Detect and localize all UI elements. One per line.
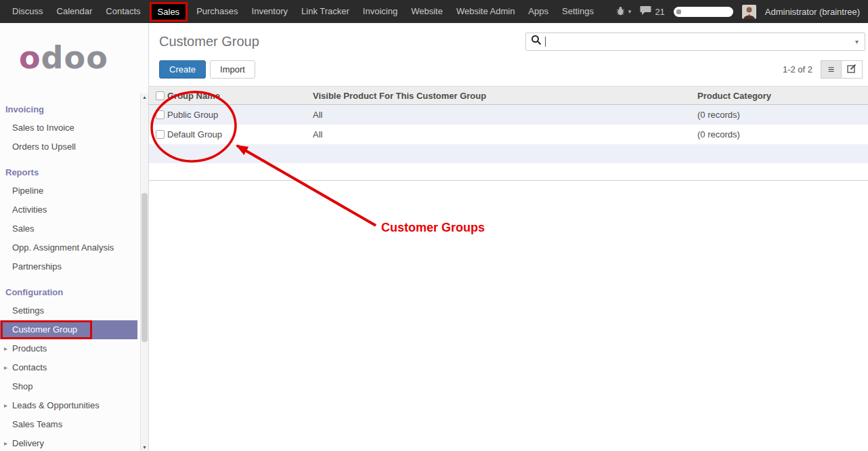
empty-row xyxy=(149,144,868,163)
sidebar-item-label: Pipeline xyxy=(12,186,43,196)
nav-item-calendar[interactable]: Calendar xyxy=(50,0,100,23)
search-input[interactable] xyxy=(549,36,850,47)
sidebar-item-label: Activities xyxy=(12,205,47,215)
column-header-visible-product[interactable]: Visible Product For This Customer Group xyxy=(313,91,697,101)
sidebar-item-label: Delivery xyxy=(12,438,44,448)
messages-count: 21 xyxy=(655,7,664,17)
nav-item-discuss[interactable]: Discuss xyxy=(5,0,50,23)
sidebar-item-orders-to-upsell[interactable]: Orders to Upsell xyxy=(0,137,137,156)
text-cursor xyxy=(545,37,546,47)
sidebar-item-pipeline[interactable]: Pipeline xyxy=(0,181,137,200)
nav-item-link-tracker[interactable]: Link Tracker xyxy=(295,0,356,23)
cell-group-name[interactable]: Public Group xyxy=(167,110,313,120)
user-menu[interactable]: Administrator (braintree) xyxy=(765,7,860,17)
top-navbar: Discuss Calendar Contacts Sales Purchase… xyxy=(0,0,868,23)
search-icon xyxy=(531,35,542,48)
bug-icon xyxy=(615,5,626,18)
messages-bubble-icon xyxy=(640,5,651,18)
sidebar-item-label: Shop xyxy=(12,381,32,391)
chevron-right-icon: ▸ xyxy=(4,339,7,358)
cell-group-name[interactable]: Default Group xyxy=(167,129,313,139)
pager-area: 1-2 of 2 ≡ xyxy=(783,60,863,79)
sidebar-item-opp-assignment-analysis[interactable]: Opp. Assignment Analysis xyxy=(0,238,137,257)
sidebar-item-sales-to-invoice[interactable]: Sales to Invoice xyxy=(0,119,137,137)
sidebar-scrollbar[interactable]: ▲ ▼ xyxy=(140,93,148,451)
nav-item-settings[interactable]: Settings xyxy=(555,0,601,23)
sidebar-item-delivery[interactable]: ▸Delivery xyxy=(0,434,137,451)
timer-icon xyxy=(676,9,681,14)
messages-button[interactable]: 21 xyxy=(640,5,664,18)
sidebar-section-invoicing: Invoicing xyxy=(0,100,137,119)
chevron-right-icon: ▸ xyxy=(4,358,7,377)
nav-item-purchases[interactable]: Purchases xyxy=(190,0,244,23)
sidebar-item-label: Sales xyxy=(12,223,35,234)
nav-item-inventory[interactable]: Inventory xyxy=(245,0,295,23)
form-view-button[interactable] xyxy=(842,60,863,79)
sidebar-item-label: Sales Teams xyxy=(12,419,62,429)
sidebar-item-label: Orders to Upsell xyxy=(12,142,76,152)
systray: ▾ 21 Administrator (braintree) xyxy=(615,5,868,19)
scroll-up-icon[interactable]: ▲ xyxy=(141,95,148,100)
select-all-checkbox[interactable] xyxy=(156,91,165,100)
sidebar-item-label: Sales to Invoice xyxy=(12,123,74,133)
list-header-row: Group Name Visible Product For This Cust… xyxy=(149,86,868,105)
sidebar-item-sales-teams[interactable]: Sales Teams xyxy=(0,415,137,434)
sidebar-section-configuration: Configuration xyxy=(0,283,137,301)
sidebar-item-products[interactable]: ▸Products xyxy=(0,339,137,358)
nav-item-website-admin[interactable]: Website Admin xyxy=(450,0,521,23)
control-panel-buttons: Create Import 1-2 of 2 ≡ xyxy=(149,56,868,86)
pager[interactable]: 1-2 of 2 xyxy=(783,64,812,74)
sidebar-item-customer-group[interactable]: Customer Group xyxy=(0,320,137,339)
sidebar: odoo Invoicing Sales to Invoice Orders t… xyxy=(0,23,149,451)
sidebar-section-reports: Reports xyxy=(0,163,137,181)
column-header-group-name[interactable]: Group Name xyxy=(167,91,313,101)
sidebar-item-label: Contacts xyxy=(12,362,47,372)
scroll-down-icon[interactable]: ▼ xyxy=(141,445,148,450)
import-button[interactable]: Import xyxy=(210,60,255,79)
table-row[interactable]: Default Group All (0 records) xyxy=(149,125,868,144)
list-view-button[interactable]: ≡ xyxy=(821,60,842,79)
sidebar-item-contacts[interactable]: ▸Contacts xyxy=(0,358,137,377)
nav-item-website[interactable]: Website xyxy=(404,0,450,23)
nav-item-sales[interactable]: Sales xyxy=(150,2,188,22)
page-title: Customer Group xyxy=(159,34,259,49)
nav-item-contacts[interactable]: Contacts xyxy=(99,0,147,23)
logo-letter: o xyxy=(19,39,41,76)
debug-menu-button[interactable]: ▾ xyxy=(615,5,632,18)
sidebar-item-partnerships[interactable]: Partnerships xyxy=(0,257,137,276)
sidebar-item-shop[interactable]: Shop xyxy=(0,377,137,396)
sidebar-item-settings[interactable]: Settings xyxy=(0,301,137,320)
row-checkbox[interactable] xyxy=(156,130,165,139)
sidebar-item-sales[interactable]: Sales xyxy=(0,219,137,238)
search-box[interactable]: ▾ xyxy=(525,33,865,51)
sidebar-item-label: Leads & Opportunities xyxy=(12,400,100,410)
scrollbar-thumb[interactable] xyxy=(142,193,148,342)
caret-down-icon: ▾ xyxy=(628,8,632,15)
top-nav-items: Discuss Calendar Contacts Sales Purchase… xyxy=(0,0,601,23)
column-header-product-category[interactable]: Product Category xyxy=(697,91,868,101)
sidebar-item-label: Partnerships xyxy=(12,261,62,272)
create-button[interactable]: Create xyxy=(159,60,206,79)
chevron-right-icon: ▸ xyxy=(4,396,7,415)
nav-item-apps[interactable]: Apps xyxy=(521,0,555,23)
timer-pill[interactable] xyxy=(674,7,733,17)
cell-visible-product[interactable]: All xyxy=(313,110,697,120)
cell-product-category[interactable]: (0 records) xyxy=(697,110,868,120)
table-row[interactable]: Public Group All (0 records) xyxy=(149,105,868,125)
empty-row xyxy=(149,163,868,181)
sidebar-menu: Invoicing Sales to Invoice Orders to Ups… xyxy=(0,93,137,451)
nav-item-invoicing[interactable]: Invoicing xyxy=(356,0,404,23)
view-switcher: ≡ xyxy=(821,60,863,79)
cell-product-category[interactable]: (0 records) xyxy=(697,129,868,139)
sidebar-item-activities[interactable]: Activities xyxy=(0,200,137,219)
sidebar-item-label: Products xyxy=(12,343,47,353)
cell-visible-product[interactable]: All xyxy=(313,129,697,139)
sidebar-item-label: Opp. Assignment Analysis xyxy=(12,242,114,253)
row-checkbox[interactable] xyxy=(156,110,165,119)
avatar[interactable] xyxy=(742,5,756,19)
sidebar-item-leads-opportunities[interactable]: ▸Leads & Opportunities xyxy=(0,396,137,415)
main-content: Customer Group ▾ Create Import 1-2 of 2 … xyxy=(149,23,868,451)
search-dropdown-caret-icon[interactable]: ▾ xyxy=(854,38,860,45)
list-view-icon: ≡ xyxy=(828,64,834,75)
control-panel-top: Customer Group ▾ xyxy=(149,23,868,56)
